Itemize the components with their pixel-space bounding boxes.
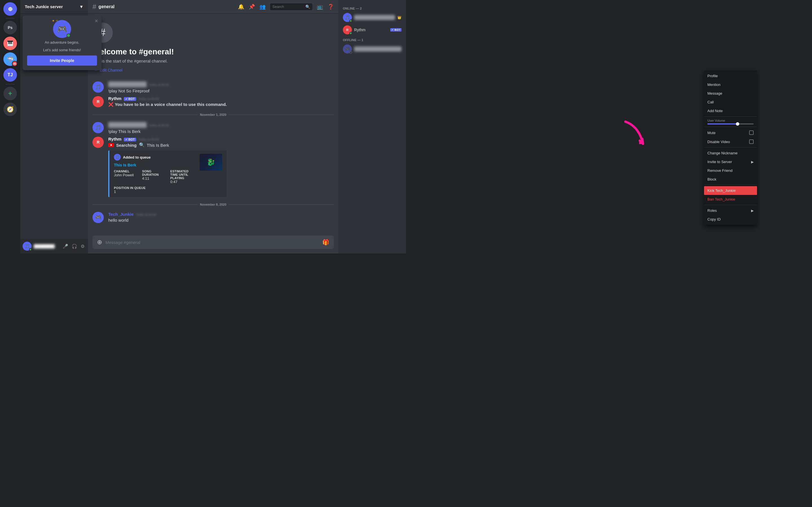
list-item[interactable]: 🎮 Tech_Junkie xyxy=(341,43,404,55)
table-row: 🎮 Tech_Junkie Today at 00:00 hello world xyxy=(88,211,338,224)
list-item[interactable]: R Rythm ✓ BOT xyxy=(341,24,404,36)
message-username: Rythm xyxy=(108,136,121,142)
embed-field-channel: Channel John Powell xyxy=(114,170,140,184)
mute-button[interactable]: 🎤 xyxy=(61,242,69,250)
date-divider-2: November 8, 2020 xyxy=(93,203,334,206)
message-username: ████████████ xyxy=(108,122,147,128)
embed-field-duration: Song Duration 4:11 xyxy=(142,170,168,184)
bot-badge: ✓ BOT xyxy=(124,138,136,142)
ps-server[interactable]: Ps xyxy=(3,21,17,34)
discord-home-icon[interactable]: ⊕ xyxy=(3,2,17,16)
message-input[interactable]: Message #general xyxy=(105,240,319,245)
welcome-section: # Welcome to #general! This is the start… xyxy=(88,18,338,80)
invite-people-button[interactable]: Invite People xyxy=(27,55,97,66)
embed-thumb-image: 🐉 xyxy=(200,154,222,171)
member-avatar: R xyxy=(343,25,352,34)
list-item[interactable]: 🎵 ████████████ 👑 xyxy=(341,11,404,24)
embed-thumbnail: 🐉 xyxy=(200,154,222,171)
user-controls: 🎤 🎧 ⚙ xyxy=(61,242,86,250)
notification-badge: 46 xyxy=(12,61,17,66)
embed-bot-icon: 🎵 xyxy=(114,154,121,161)
attach-file-button[interactable]: ⊕ xyxy=(97,238,102,246)
member-list-icon[interactable]: 👥 xyxy=(259,4,266,10)
server-icon-ps[interactable]: Ps xyxy=(3,21,17,34)
embed-field-time: Estimated time until playing 0:47 xyxy=(170,170,196,184)
invite-popup-title: An adventure begins. xyxy=(27,40,97,45)
offline-section-header: Offline — 1 xyxy=(341,36,404,43)
welcome-description: This is the start of the #general channe… xyxy=(93,59,334,63)
error-icon: ❌ xyxy=(108,102,114,107)
online-section-header: Online — 2 xyxy=(341,4,404,11)
message-header: Tech_Junkie Today at 00:00 xyxy=(108,212,334,217)
date-line-left-2 xyxy=(93,205,198,205)
explore-icon[interactable]: 🧭 xyxy=(3,103,17,116)
piano-server[interactable]: 🎹 xyxy=(3,37,17,50)
avatar: 🎵 xyxy=(93,81,104,93)
discord-logo[interactable]: ⊕ xyxy=(3,2,17,16)
date-line-right-2 xyxy=(229,205,334,205)
sidebar-divider-2 xyxy=(6,84,15,84)
embed-queue-label: Position in queue 1 xyxy=(114,186,222,194)
date-line-left xyxy=(93,115,198,115)
sidebar-divider xyxy=(6,18,15,18)
bot-badge: ✓ BOT xyxy=(124,97,136,101)
offline-dot xyxy=(349,51,352,54)
inbox-icon[interactable]: 📺 xyxy=(317,4,323,10)
message-content: Rythm ✓ BOT Today at 00:00 Searching 🔍 T… xyxy=(108,136,334,197)
notifications-icon[interactable]: 🔔 xyxy=(238,4,244,10)
invite-popup-subtitle: Let's add some friends! xyxy=(27,48,97,52)
message-content: Tech_Junkie Today at 00:00 hello world xyxy=(108,212,334,223)
online-dot xyxy=(349,32,352,35)
member-name: Tech_Junkie xyxy=(354,47,402,52)
server-sidebar: ⊕ Ps 🎹 🦈 46 TJ + 🧭 xyxy=(0,0,20,253)
channel-header-name: general xyxy=(98,4,114,9)
server-header[interactable]: Tech Junkie server ▼ xyxy=(20,0,88,13)
messages-area: # Welcome to #general! This is the start… xyxy=(88,13,338,235)
tj-server[interactable]: TJ xyxy=(3,68,17,82)
search-emoji: 🔍 xyxy=(139,142,145,148)
gift-button[interactable]: 🎁 xyxy=(322,239,329,245)
add-server-button[interactable]: + xyxy=(3,87,17,100)
help-icon[interactable]: ❓ xyxy=(327,4,334,10)
header-icons: 🔔 📌 👥 Search 🔍 📺 ❓ xyxy=(238,3,334,10)
invite-popup-avatar: 🎮 ✦ ✧ xyxy=(53,20,71,38)
server-icon-tj[interactable]: TJ xyxy=(3,68,17,82)
message-input-area: ⊕ Message #general 🎁 xyxy=(88,235,338,253)
embed-header: 🎵 Added to queue xyxy=(114,154,196,161)
pinned-messages-icon[interactable]: 📌 xyxy=(249,4,255,10)
music-embed: 🐉 🎵 Added to queue This Is Berk Channel … xyxy=(108,151,227,197)
error-message: You have to be in a voice channel to use… xyxy=(115,102,227,107)
crown-icon: 👑 xyxy=(397,15,402,19)
server-icon-shark[interactable]: 🦈 46 xyxy=(3,52,17,66)
message-content: ████████████ Today at 00:00 !play Not So… xyxy=(108,81,334,94)
server-icon-piano[interactable]: 🎹 xyxy=(3,37,17,50)
message-username: ████████████ xyxy=(108,81,147,87)
search-bar[interactable]: Search 🔍 xyxy=(270,3,312,10)
member-avatar: 🎮 xyxy=(343,45,352,54)
server-dropdown-icon: ▼ xyxy=(79,4,84,9)
message-timestamp: Today at 00:00 xyxy=(149,124,169,127)
channel-header-hash: # xyxy=(93,3,96,11)
avatar: 🎮 xyxy=(93,212,104,223)
searching-label: Searching xyxy=(116,142,137,148)
message-timestamp: Today at 00:00 xyxy=(139,138,159,141)
invite-popup-close[interactable]: ✕ xyxy=(94,18,98,24)
deafen-button[interactable]: 🎧 xyxy=(70,242,79,250)
online-dot xyxy=(349,19,352,22)
add-server-icon[interactable]: + xyxy=(3,87,17,100)
message-content: Rythm ✓ BOT Today at 00:00 ❌ You have to… xyxy=(108,96,334,107)
message-input-box[interactable]: ⊕ Message #general 🎁 xyxy=(93,235,334,249)
message-timestamp: Today at 00:00 xyxy=(149,83,169,87)
search-query: This Is Berk xyxy=(147,142,169,148)
message-text: ❌ You have to be in a voice channel to u… xyxy=(108,101,334,107)
explore-servers-button[interactable]: 🧭 xyxy=(3,103,17,116)
message-text: Searching 🔍 This Is Berk xyxy=(108,142,334,148)
date-line-right xyxy=(229,115,334,115)
user-settings-button[interactable]: ⚙ xyxy=(80,242,86,250)
table-row: 🎵 ████████████ Today at 00:00 !play This… xyxy=(88,121,338,135)
search-icon: 🔍 xyxy=(305,4,310,9)
message-username: Rythm xyxy=(108,96,121,101)
avatar: 🎵 xyxy=(93,122,104,133)
searching-line: Searching 🔍 This Is Berk xyxy=(108,142,334,148)
message-username: Tech_Junkie xyxy=(108,212,134,217)
